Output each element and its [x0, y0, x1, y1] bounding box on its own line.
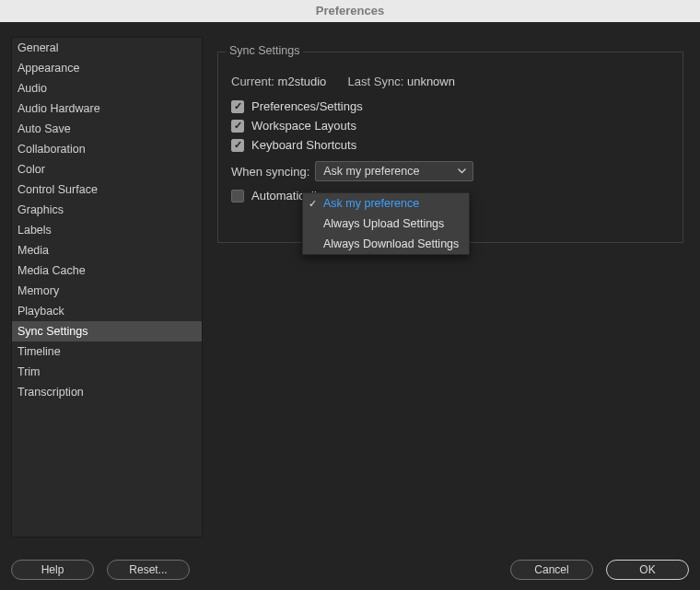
sidebar-item-trim[interactable]: Trim — [12, 362, 202, 382]
sidebar-item-audio-hardware[interactable]: Audio Hardware — [12, 98, 202, 119]
sidebar-item-graphics[interactable]: Graphics — [12, 200, 202, 220]
sidebar-item-label: Transcription — [18, 386, 84, 399]
sidebar-item-label: Playback — [18, 305, 64, 318]
sidebar-item-general[interactable]: General — [12, 38, 202, 58]
sidebar-item-label: Appearance — [18, 62, 79, 75]
check-keyboard-shortcuts[interactable]: Keyboard Shortcuts — [231, 138, 670, 152]
checkbox-icon[interactable] — [231, 139, 244, 152]
panel-title: Sync Settings — [226, 44, 303, 57]
sidebar-item-control-surface[interactable]: Control Surface — [12, 179, 202, 200]
sidebar-item-label: Audio — [18, 82, 47, 95]
sidebar-item-playback[interactable]: Playback — [12, 301, 202, 321]
cancel-button[interactable]: Cancel — [510, 560, 593, 580]
sidebar-item-audio[interactable]: Audio — [12, 78, 202, 98]
chevron-down-icon — [458, 168, 467, 174]
when-syncing-label: When syncing: — [231, 165, 309, 179]
sidebar-item-collaboration[interactable]: Collaboration — [12, 139, 202, 159]
when-syncing-row: When syncing: Ask my preference — [231, 161, 670, 181]
checkbox-icon[interactable] — [231, 100, 244, 113]
sidebar-item-color[interactable]: Color — [12, 159, 202, 179]
sidebar-item-memory[interactable]: Memory — [12, 281, 202, 301]
preferences-content: General Appearance Audio Audio Hardware … — [0, 22, 700, 550]
checkbox-label: Workspace Layouts — [251, 119, 356, 133]
sidebar-item-label: Control Surface — [18, 183, 98, 196]
checkbox-icon[interactable] — [231, 190, 244, 202]
sidebar-item-media-cache[interactable]: Media Cache — [12, 260, 202, 281]
sidebar-item-labels[interactable]: Labels — [12, 220, 202, 240]
check-preferences-settings[interactable]: Preferences/Settings — [231, 99, 670, 113]
sidebar-item-label: Audio Hardware — [18, 102, 100, 115]
sidebar-item-label: Labels — [18, 224, 52, 237]
dropdown-item-label: Ask my preference — [323, 197, 419, 210]
sidebar-item-appearance[interactable]: Appearance — [12, 58, 202, 78]
sidebar-item-label: Sync Settings — [18, 325, 88, 338]
when-syncing-select[interactable]: Ask my preference — [315, 161, 473, 181]
dropdown-item-label: Always Download Settings — [323, 237, 459, 250]
sidebar-item-label: Collaboration — [18, 143, 86, 156]
dropdown-item-always-download[interactable]: Always Download Settings — [303, 234, 469, 254]
checkbox-label: Keyboard Shortcuts — [251, 138, 356, 152]
window-title: Preferences — [0, 0, 700, 22]
sidebar-item-label: Auto Save — [18, 122, 71, 135]
checkbox-icon[interactable] — [231, 120, 244, 133]
when-syncing-value: Ask my preference — [323, 165, 419, 178]
when-syncing-dropdown[interactable]: Ask my preference Always Upload Settings… — [302, 192, 470, 255]
sidebar-item-label: Media Cache — [18, 264, 86, 277]
dropdown-item-label: Always Upload Settings — [323, 217, 444, 230]
sidebar-item-timeline[interactable]: Timeline — [12, 341, 202, 362]
preferences-sidebar: General Appearance Audio Audio Hardware … — [11, 37, 203, 538]
current-value: m2studio — [278, 75, 327, 88]
dropdown-item-ask-my-preference[interactable]: Ask my preference — [303, 193, 469, 214]
sidebar-item-label: Media — [18, 244, 49, 257]
reset-button[interactable]: Reset... — [107, 560, 190, 580]
sidebar-item-label: General — [18, 41, 58, 54]
ok-button[interactable]: OK — [606, 560, 689, 580]
sidebar-item-label: Trim — [18, 365, 41, 378]
dropdown-item-always-upload[interactable]: Always Upload Settings — [303, 214, 469, 234]
last-sync-value: unknown — [407, 75, 455, 88]
sidebar-item-auto-save[interactable]: Auto Save — [12, 119, 202, 139]
help-button[interactable]: Help — [11, 560, 94, 580]
sidebar-item-media[interactable]: Media — [12, 240, 202, 260]
last-sync-label: Last Sync: — [348, 75, 404, 88]
sidebar-item-sync-settings[interactable]: Sync Settings — [12, 321, 202, 341]
checkbox-label: Preferences/Settings — [251, 99, 363, 113]
check-workspace-layouts[interactable]: Workspace Layouts — [231, 119, 670, 133]
current-label: Current: — [231, 75, 274, 88]
sync-info-row: Current: m2studio Last Sync: unknown — [231, 75, 670, 88]
sidebar-item-label: Memory — [18, 284, 59, 297]
sidebar-item-label: Color — [18, 163, 45, 176]
sidebar-item-transcription[interactable]: Transcription — [12, 382, 202, 402]
sidebar-item-label: Timeline — [18, 345, 61, 358]
dialog-footer: Help Reset... Cancel OK — [0, 550, 700, 590]
sidebar-item-label: Graphics — [18, 203, 64, 216]
